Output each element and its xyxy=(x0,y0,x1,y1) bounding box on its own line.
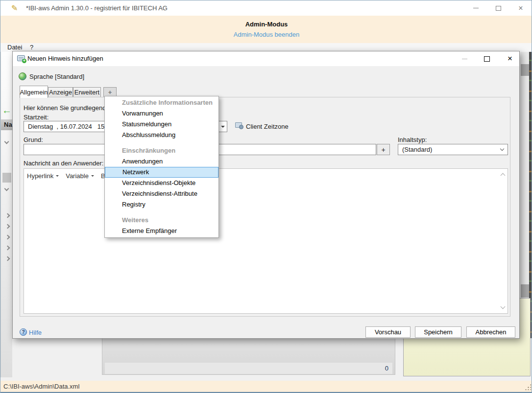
tree-panel: ← Na xyxy=(0,52,12,377)
chevron-down-icon xyxy=(221,126,225,128)
help-link[interactable]: Hilfe xyxy=(29,329,42,336)
close-icon: × xyxy=(508,54,512,64)
language-label: Sprache [Standard] xyxy=(29,73,84,80)
hyperlink-menu-button[interactable]: Hyperlink xyxy=(27,172,53,180)
startzeit-dropdown-button[interactable] xyxy=(218,121,227,132)
back-arrow-icon[interactable]: ← xyxy=(2,105,12,116)
message-editor[interactable]: Hyperlink Variable Be xyxy=(24,168,508,314)
popup-separator xyxy=(105,210,218,215)
dialog-titlebar: + Neuen Hinweis hinzufügen × xyxy=(13,51,519,66)
tree-collapse-icon[interactable] xyxy=(5,235,10,240)
tree-expand-icon[interactable] xyxy=(4,186,9,191)
nachricht-label: Nachricht an den Anwender: xyxy=(24,160,103,167)
popup-header-einschraenkungen: Einschränkungen xyxy=(105,145,218,156)
minimize-icon xyxy=(473,8,479,8)
popup-separator xyxy=(105,140,218,145)
tree-column-header: Na xyxy=(1,119,13,130)
admin-mode-title: Admin-Modus xyxy=(0,21,532,28)
dialog-minimize-button[interactable] xyxy=(457,51,472,66)
popup-header-informationsarten: Zusätzliche Informationsarten xyxy=(105,97,218,108)
tree-collapse-icon[interactable] xyxy=(5,213,10,218)
popup-item-statusmeldungen[interactable]: Statusmeldungen xyxy=(105,119,218,130)
startzeit-value: Dienstag , 16.07.2024 15:40 xyxy=(28,123,113,130)
startzeit-label: Startzeit: xyxy=(24,114,48,121)
tab-anzeige[interactable]: Anzeige xyxy=(48,87,73,97)
popup-item-anwendungen[interactable]: Anwendungen xyxy=(105,156,218,167)
scroll-down-icon[interactable] xyxy=(501,304,506,309)
hint-bubble-icon: + xyxy=(17,55,25,61)
tree-collapse-icon[interactable] xyxy=(5,256,10,261)
plus-icon: + xyxy=(381,146,385,154)
admin-banner: Admin-Modus Admin-Modus beenden xyxy=(0,16,532,43)
status-bar: C:\IBI-aws\Admin\Data.xml xyxy=(0,381,532,392)
message-toolbar: Hyperlink Variable Be xyxy=(24,169,508,183)
main-close-button[interactable]: × xyxy=(511,0,531,16)
add-tab-popup-menu: Zusätzliche Informationsarten Vorwarnung… xyxy=(104,96,219,238)
tab-erweitert[interactable]: Erweitert xyxy=(73,87,101,97)
status-path: C:\IBI-aws\Admin\Data.xml xyxy=(0,383,79,390)
inhaltstyp-value: (Standard) xyxy=(402,146,432,153)
timezone-label: Client Zeitzone xyxy=(246,123,289,130)
dialog-neuen-hinweis: + Neuen Hinweis hinzufügen × Sprache [St… xyxy=(12,51,520,339)
dialog-title: Neuen Hinweis hinzufügen xyxy=(27,51,103,66)
tree-collapse-icon[interactable] xyxy=(5,246,10,251)
tree-expand-icon[interactable] xyxy=(4,139,9,144)
inhaltstyp-label: Inhaltstyp: xyxy=(398,136,427,143)
inhaltstyp-select[interactable]: (Standard) xyxy=(398,144,508,155)
tab-allgemein[interactable]: Allgemein xyxy=(20,86,48,98)
scrollbar-thumb[interactable] xyxy=(521,284,529,298)
maximize-icon xyxy=(484,56,490,62)
main-minimize-button[interactable] xyxy=(466,0,485,16)
popup-item-vorwarnungen[interactable]: Vorwarnungen xyxy=(105,108,218,119)
tab-label: Allgemein xyxy=(20,89,48,96)
abbrechen-button[interactable]: Abbrechen xyxy=(466,326,515,338)
button-label: Speichern xyxy=(424,328,453,336)
admin-mode-exit-link[interactable]: Admin-Modus beenden xyxy=(0,31,532,38)
tree-selected-row[interactable] xyxy=(2,173,11,183)
close-icon: × xyxy=(518,4,523,13)
resize-grip[interactable] xyxy=(525,384,531,390)
popup-item-registry[interactable]: Registry xyxy=(105,199,218,210)
popup-item-abschlussmeldung[interactable]: Abschlussmeldung xyxy=(105,130,218,140)
button-label: Abbrechen xyxy=(476,328,507,336)
speichern-button[interactable]: Speichern xyxy=(415,326,461,338)
popup-item-verzeichnisdienst-objekte[interactable]: Verzeichnisdienst-Objekte xyxy=(105,178,218,188)
background-marker-strip xyxy=(529,52,532,338)
dialog-close-button[interactable]: × xyxy=(502,51,518,66)
main-maximize-button[interactable] xyxy=(488,0,508,16)
tree-column-header-label: Na xyxy=(1,121,12,128)
tree-collapse-icon[interactable] xyxy=(5,224,10,229)
tab-label: Erweitert xyxy=(74,89,99,96)
intro-text: Hier können Sie grundlegende Ei xyxy=(24,104,117,112)
app-window: ✎ *IBI-aws Admin 1.30.0 - registriert fü… xyxy=(0,0,532,393)
minimize-icon xyxy=(462,59,467,59)
grund-add-button[interactable]: + xyxy=(377,144,390,155)
scrollbar-thumb[interactable] xyxy=(521,64,529,76)
maximize-icon xyxy=(496,6,501,11)
tab-label: Anzeige xyxy=(49,89,72,96)
dialog-maximize-button[interactable] xyxy=(479,51,495,66)
client-timezone-icon xyxy=(235,122,242,128)
globe-icon xyxy=(19,72,26,80)
popup-item-netzwerk[interactable]: Netzwerk xyxy=(105,167,218,178)
chevron-down-icon xyxy=(500,147,504,151)
button-label: Vorschau xyxy=(375,328,401,336)
chevron-down-icon xyxy=(91,175,94,177)
count-field: 0 xyxy=(105,363,392,374)
app-icon: ✎ xyxy=(11,4,20,13)
help-icon: ? xyxy=(20,328,27,336)
background-scroll-area[interactable] xyxy=(521,52,529,299)
grund-label: Grund: xyxy=(24,136,43,143)
popup-header-weiteres: Weiteres xyxy=(105,215,218,226)
main-titlebar: ✎ *IBI-aws Admin 1.30.0 - registriert fü… xyxy=(0,0,532,16)
variable-menu-button[interactable]: Variable xyxy=(66,172,89,180)
popup-item-verzeichnisdienst-attribute[interactable]: Verzeichnisdienst-Attribute xyxy=(105,188,218,199)
main-window-title: *IBI-aws Admin 1.30.0 - registriert für … xyxy=(26,0,168,16)
vorschau-button[interactable]: Vorschau xyxy=(365,326,411,338)
chevron-down-icon xyxy=(56,175,59,177)
popup-item-externe-empfaenger[interactable]: Externe Empfänger xyxy=(105,226,218,236)
plus-icon: + xyxy=(108,89,112,96)
